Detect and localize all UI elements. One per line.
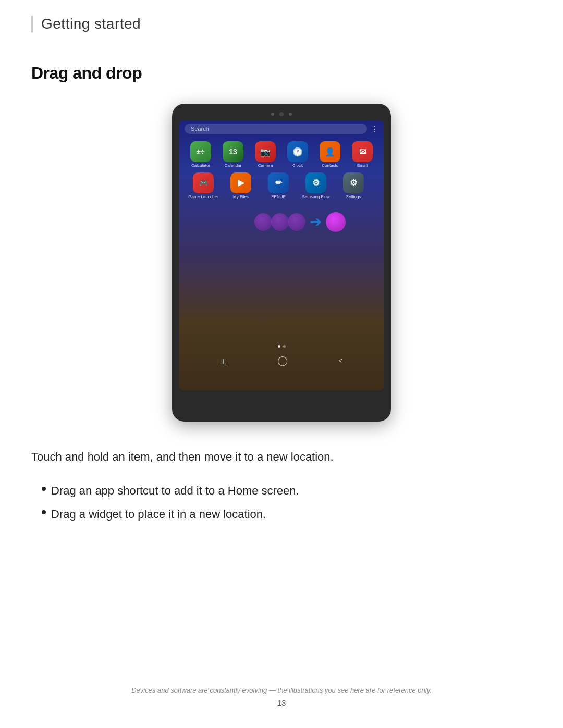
app-myfiles[interactable]: ▶ My Files — [225, 172, 256, 200]
clock-icon: 🕐 — [287, 141, 308, 162]
calculator-icon: ±÷ — [190, 141, 211, 162]
penup-icon: ✏ — [268, 172, 289, 193]
bullet-item-2: Drag a widget to place it in a new locat… — [42, 505, 532, 523]
page-dot-1 — [278, 345, 280, 348]
calculator-label: Calculator — [191, 164, 210, 168]
app-penup[interactable]: ✏ PENUP — [263, 172, 294, 200]
page-container: Getting started Drag and drop Search ⋮ — [0, 0, 563, 728]
settings-icon: ⚙ — [343, 172, 364, 193]
tablet-top-bar — [179, 112, 384, 116]
more-options-icon[interactable]: ⋮ — [370, 124, 378, 134]
calendar-label: Calendar — [225, 164, 241, 168]
samsungflow-icon: ⚙ — [305, 172, 326, 193]
screen-search-bar[interactable]: Search — [185, 124, 367, 134]
back-button[interactable]: < — [338, 356, 342, 365]
app-row-1: ±÷ Calculator 13 Calendar — [188, 141, 375, 168]
app-camera[interactable]: 📷 Camera — [252, 141, 278, 168]
drag-icon-3 — [288, 213, 305, 231]
bullet-dot-1 — [42, 487, 46, 491]
home-button[interactable]: ◯ — [277, 355, 288, 366]
tablet-dot-left — [271, 113, 274, 116]
contacts-icon: 👤 — [320, 141, 340, 162]
header-bar: Getting started — [31, 16, 532, 32]
settings-label: Settings — [346, 195, 361, 200]
camera-icon: 📷 — [255, 141, 276, 162]
camera-label: Camera — [258, 164, 273, 168]
tablet-camera-dot — [279, 112, 284, 116]
section-title: Drag and drop — [31, 64, 532, 83]
contacts-label: Contacts — [322, 164, 338, 168]
tablet-nav-bottom: ◫ ◯ < — [179, 352, 384, 369]
recent-apps-button[interactable]: ◫ — [220, 356, 227, 365]
tablet-screen: Search ⋮ ±÷ Calculator — [179, 120, 384, 390]
footer: Devices and software are constantly evol… — [0, 686, 563, 707]
bullet-text-1: Drag an app shortcut to add it to a Home… — [51, 482, 299, 500]
myfiles-icon: ▶ — [230, 172, 251, 193]
page-dot-2 — [283, 345, 286, 348]
game-launcher-icon: 🎮 — [193, 172, 214, 193]
email-icon: ✉ — [352, 141, 373, 162]
drag-icon-destination — [326, 212, 346, 232]
bullet-list: Drag an app shortcut to add it to a Home… — [42, 482, 532, 523]
calendar-icon: 13 — [223, 141, 243, 162]
drag-animation: ➔ — [179, 204, 384, 236]
myfiles-label: My Files — [233, 195, 249, 200]
footer-page-number: 13 — [277, 698, 286, 707]
email-label: Email — [357, 164, 368, 168]
app-calculator[interactable]: ±÷ Calculator — [188, 141, 214, 168]
app-contacts[interactable]: 👤 Contacts — [317, 141, 343, 168]
page-dots — [179, 341, 384, 352]
drag-icon-2 — [271, 213, 289, 231]
app-grid: ±÷ Calculator 13 Calendar — [179, 137, 384, 204]
clock-label: Clock — [292, 164, 303, 168]
penup-label: PENUP — [271, 195, 286, 200]
app-clock[interactable]: 🕐 Clock — [285, 141, 311, 168]
header-title: Getting started — [41, 16, 141, 32]
app-samsung-flow[interactable]: ⚙ Samsung Flow — [300, 172, 332, 200]
search-placeholder-text: Search — [191, 126, 209, 132]
drag-icon-1 — [254, 213, 272, 231]
tablet-illustration: Search ⋮ ±÷ Calculator — [31, 104, 532, 422]
app-email[interactable]: ✉ Email — [349, 141, 375, 168]
game-launcher-label: Game Launcher — [188, 195, 218, 200]
drag-arrow-icon: ➔ — [310, 213, 322, 230]
bullet-item-1: Drag an app shortcut to add it to a Home… — [42, 482, 532, 500]
tablet-device: Search ⋮ ±÷ Calculator — [172, 104, 391, 422]
bullet-dot-2 — [42, 510, 46, 514]
app-settings[interactable]: ⚙ Settings — [338, 172, 369, 200]
app-calendar[interactable]: 13 Calendar — [220, 141, 246, 168]
screen-search-row: Search ⋮ — [179, 120, 384, 137]
app-row-2: 🎮 Game Launcher ▶ My Files — [188, 172, 375, 200]
body-text: Touch and hold an item, and then move it… — [31, 448, 532, 466]
footer-disclaimer: Devices and software are constantly evol… — [131, 686, 432, 694]
app-game-launcher[interactable]: 🎮 Game Launcher — [188, 172, 219, 200]
tablet-dot-right — [289, 113, 292, 116]
samsungflow-label: Samsung Flow — [302, 195, 330, 200]
bullet-text-2: Drag a widget to place it in a new locat… — [51, 505, 266, 523]
